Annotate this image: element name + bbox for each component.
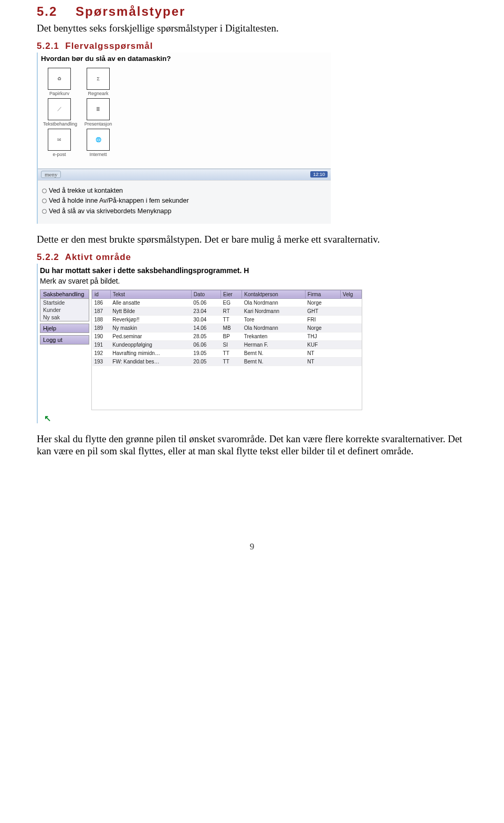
table-body: 186Alle ansatte05.06EGOla NordmannNorge1… xyxy=(92,298,362,366)
th-velg[interactable]: Velg xyxy=(340,290,361,298)
table-cell: 193 xyxy=(92,357,111,366)
sub1-num: 5.2.1 xyxy=(37,41,59,51)
table-cell: Herman F. xyxy=(242,340,306,349)
sub2-title: Aktivt område xyxy=(65,252,131,262)
table-cell xyxy=(340,357,361,366)
th-firma[interactable]: Firma xyxy=(305,290,340,298)
table-cell xyxy=(340,324,361,332)
table-cell: Ped.seminar xyxy=(110,332,191,340)
radio-icon xyxy=(42,199,47,203)
option-3[interactable]: Ved å slå av via skrivebordets Menyknapp xyxy=(42,206,327,216)
table-row[interactable]: 186Alle ansatte05.06EGOla NordmannNorge xyxy=(92,298,362,307)
table-cell: Norge xyxy=(305,324,340,332)
sidebar-item-hjelp[interactable]: Hjelp xyxy=(40,324,89,333)
table-cell: Nytt Bilde xyxy=(110,307,191,315)
th-dato[interactable]: Dato xyxy=(191,290,220,298)
table-row[interactable]: 189Ny maskin14.06MBOla NordmannNorge xyxy=(92,324,362,332)
radio-icon xyxy=(42,189,47,193)
table-cell: Kari Nordmann xyxy=(242,307,306,315)
table-row[interactable]: 192Havrafting mimidn…19.05TTBernt N.NT xyxy=(92,349,362,357)
icon-regneark[interactable]: Σ Regneark xyxy=(82,68,114,96)
icon-label: Internett xyxy=(82,152,114,157)
table-row[interactable]: 191Kundeoppfølging06.06SIHerman F.KUF xyxy=(92,340,362,349)
table-cell: NT xyxy=(305,349,340,357)
table-cell: Norge xyxy=(305,298,340,307)
option-1[interactable]: Ved å trekke ut kontakten xyxy=(42,186,327,196)
sub2-after-text: Her skal du flytte den grønne pilen til … xyxy=(37,433,467,458)
sidebar-header[interactable]: Saksbehandling xyxy=(40,290,89,299)
section-num: 5.2 xyxy=(37,4,57,18)
th-kontakt[interactable]: Kontaktperson xyxy=(242,290,306,298)
table-cell: TT xyxy=(221,357,242,366)
table-cell: MB xyxy=(221,324,242,332)
table-row[interactable]: 187Nytt Bilde23.04RTKari NordmannGHT xyxy=(92,307,362,315)
table-cell: 186 xyxy=(92,298,111,307)
table-cell: Bernt N. xyxy=(242,349,306,357)
table-cell xyxy=(340,298,361,307)
icon-papirkurv[interactable]: ♻ Papirkurv xyxy=(43,68,76,96)
globe-icon: 🌐 xyxy=(87,129,110,151)
section-title: Spørsmålstyper xyxy=(76,4,185,18)
table-cell: Reverkjøp!! xyxy=(110,315,191,324)
sidebar-item-startside[interactable]: Startside xyxy=(40,299,89,306)
screenshot-aktivt-omrade: Du har mottatt saker i dette saksbehandl… xyxy=(37,264,362,423)
icon-label: Tekstbehandling xyxy=(43,121,76,127)
table-row[interactable]: 193FW: Kandidat bes…20.05TTBernt N.NT xyxy=(92,357,362,366)
table-cell: 192 xyxy=(92,349,111,357)
subsection-1-heading: 5.2.1 Flervalgsspørsmål xyxy=(37,41,467,51)
table-cell: Tore xyxy=(242,315,306,324)
icon-internett[interactable]: 🌐 Internett xyxy=(82,129,114,157)
icon-tekstbehandling[interactable]: ／ Tekstbehandling xyxy=(43,98,76,127)
th-id[interactable]: id xyxy=(92,290,111,298)
icon-label: Regneark xyxy=(82,91,114,96)
table-cell: BP xyxy=(221,332,242,340)
table-cell: TT xyxy=(221,349,242,357)
icon-presentasjon[interactable]: ≣ Presentasjon xyxy=(82,98,114,127)
sigma-icon: Σ xyxy=(87,68,110,90)
icon-label: e-post xyxy=(43,152,76,157)
case-app: Saksbehandling Startside Kunder Ny sak H… xyxy=(38,289,362,410)
table-row[interactable]: 190Ped.seminar28.05BPTrekantenTHJ xyxy=(92,332,362,340)
sidebar-item-nysak[interactable]: Ny sak xyxy=(40,314,89,321)
menu-button[interactable]: meny xyxy=(41,171,61,178)
sidebar-block-saksbehandling: Saksbehandling Startside Kunder Ny sak xyxy=(40,289,89,321)
icon-label: Presentasjon xyxy=(82,121,114,127)
table-cell: THJ xyxy=(305,332,340,340)
table-empty-area xyxy=(92,366,362,398)
table-row[interactable]: 188Reverkjøp!!30.04TTToreFRI xyxy=(92,315,362,324)
table-cell: 189 xyxy=(92,324,111,332)
screenshot-flervalg: Hvordan bør du slå av en datamaskin? ♻ P… xyxy=(37,53,331,224)
question-text: Hvordan bør du slå av en datamaskin? xyxy=(38,53,331,67)
table-cell: Bernt N. xyxy=(242,357,306,366)
icon-epost[interactable]: ✉ e-post xyxy=(43,129,76,157)
page-number: 9 xyxy=(37,541,467,552)
section-heading: 5.2 Spørsmålstyper xyxy=(37,4,467,19)
desktop-icon-grid: ♻ Papirkurv Σ Regneark ／ Tekstbehandling… xyxy=(38,67,331,159)
subsection-2-heading: 5.2.2 Aktivt område xyxy=(37,252,467,263)
taskbar: meny 12:10 xyxy=(38,169,331,180)
th-eier[interactable]: Eier xyxy=(221,290,242,298)
table-cell: Kundeoppfølging xyxy=(110,340,191,349)
table-cell: 05.06 xyxy=(191,298,220,307)
recycle-icon: ♻ xyxy=(48,68,71,90)
table-cell: 187 xyxy=(92,307,111,315)
table-cell: Trekanten xyxy=(242,332,306,340)
sidebar-item-kunder[interactable]: Kunder xyxy=(40,306,89,314)
sub1-after-text: Dette er den mest brukte spørsmålstypen.… xyxy=(37,233,467,246)
table-cell: 23.04 xyxy=(191,307,220,315)
table-cell: 191 xyxy=(92,340,111,349)
sidebar-item-loggut[interactable]: Logg ut xyxy=(40,335,89,345)
table-cell: 28.05 xyxy=(191,332,220,340)
th-tekst[interactable]: Tekst xyxy=(110,290,191,298)
taskbar-clock: 12:10 xyxy=(310,171,328,178)
table-cell: EG xyxy=(221,298,242,307)
table-cell xyxy=(340,307,361,315)
sub1-title: Flervalgsspørsmål xyxy=(65,41,153,51)
list-icon: ≣ xyxy=(87,98,110,120)
table-cell: 190 xyxy=(92,332,111,340)
option-2[interactable]: Ved å holde inne Av/På-knappen i fem sek… xyxy=(42,196,327,206)
table-cell: GHT xyxy=(305,307,340,315)
table-cell xyxy=(340,349,361,357)
green-cursor-icon[interactable]: ↖ xyxy=(44,413,51,423)
instruction-line-2: Merk av svaret på bildet. xyxy=(38,277,362,289)
